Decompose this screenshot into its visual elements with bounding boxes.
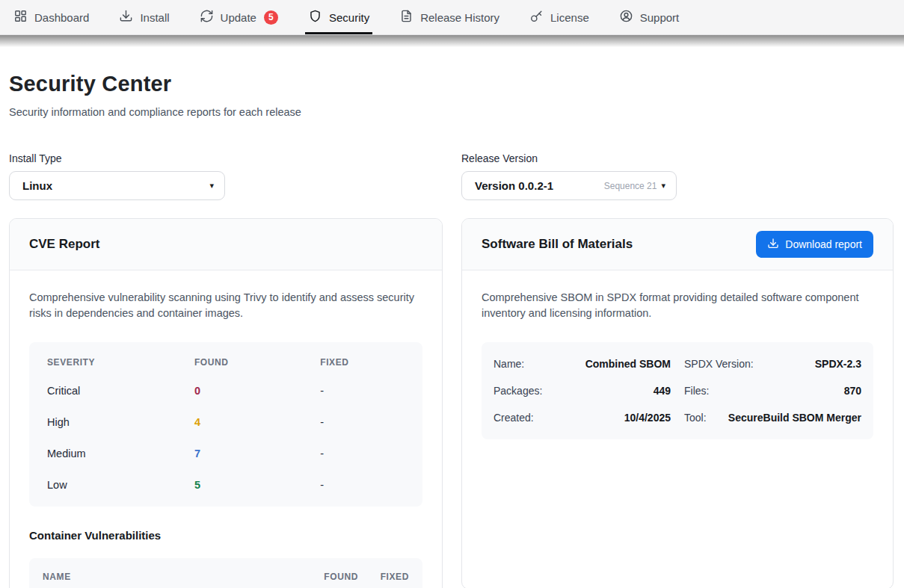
cards-row: CVE Report Comprehensive vulnerability s… bbox=[9, 218, 894, 588]
info-value: Combined SBOM bbox=[585, 358, 671, 370]
info-value: 870 bbox=[844, 385, 861, 397]
sbom-card: Software Bill of Materials Download repo… bbox=[461, 218, 894, 588]
severity-row-critical: Critical 0 - bbox=[29, 375, 422, 406]
sbom-card-body: Comprehensive SBOM in SPDX format provid… bbox=[462, 270, 893, 459]
download-icon bbox=[119, 9, 133, 25]
sbom-info-packages: Packages: 449 bbox=[493, 377, 671, 404]
refresh-icon bbox=[200, 9, 214, 25]
nav-label: Install bbox=[140, 11, 169, 24]
user-circle-icon bbox=[619, 9, 633, 25]
sbom-info-files: Files: 870 bbox=[684, 377, 861, 404]
fixed-col-header: FIXED bbox=[320, 342, 422, 375]
severity-table-header: SEVERITY FOUND FIXED bbox=[29, 342, 422, 375]
info-value: SPDX-2.3 bbox=[815, 358, 861, 370]
nav-item-update[interactable]: Update 5 bbox=[200, 0, 278, 34]
nav-label: Dashboard bbox=[34, 11, 89, 24]
key-icon bbox=[529, 9, 544, 25]
fixed-count: - bbox=[320, 438, 422, 469]
severity-name: Critical bbox=[29, 375, 194, 406]
nav-label: Support bbox=[640, 11, 680, 24]
found-col-header: FOUND bbox=[307, 572, 358, 582]
install-type-field: Install Type Linux ▾ bbox=[9, 152, 443, 200]
release-sequence: Sequence 21 bbox=[604, 181, 657, 191]
info-label: Name: bbox=[493, 358, 524, 370]
severity-col-header: SEVERITY bbox=[29, 342, 194, 375]
info-value: 449 bbox=[654, 385, 671, 397]
severity-row-low: Low 5 - bbox=[29, 469, 422, 507]
fixed-count: - bbox=[320, 406, 422, 438]
nav-label: Security bbox=[329, 11, 369, 24]
nav-shadow-divider bbox=[0, 35, 904, 47]
nav-label: Release History bbox=[420, 11, 499, 24]
fixed-col-header: FIXED bbox=[358, 572, 409, 582]
filters-row: Install Type Linux ▾ Release Version Ver… bbox=[9, 152, 894, 200]
nav-item-install[interactable]: Install bbox=[119, 0, 169, 34]
sbom-info-name: Name: Combined SBOM bbox=[493, 350, 671, 377]
found-count: 4 bbox=[194, 406, 320, 438]
info-label: SPDX Version: bbox=[684, 358, 754, 370]
update-count-badge: 5 bbox=[264, 10, 278, 25]
install-type-select[interactable]: Linux ▾ bbox=[9, 171, 225, 200]
severity-table: SEVERITY FOUND FIXED Critical 0 - High 4… bbox=[29, 342, 422, 507]
nav-label: License bbox=[550, 11, 589, 24]
info-label: Tool: bbox=[684, 412, 707, 424]
fixed-count: - bbox=[320, 469, 422, 507]
page-subtitle: Security information and compliance repo… bbox=[9, 106, 894, 118]
fixed-count: - bbox=[320, 375, 422, 406]
cve-card-header: CVE Report bbox=[10, 219, 442, 270]
cve-card-title: CVE Report bbox=[29, 237, 99, 252]
severity-name: Medium bbox=[29, 438, 194, 469]
nav-item-support[interactable]: Support bbox=[619, 0, 680, 34]
nav-item-dashboard[interactable]: Dashboard bbox=[13, 0, 89, 34]
sbom-description: Comprehensive SBOM in SPDX format provid… bbox=[482, 290, 873, 321]
info-label: Packages: bbox=[493, 385, 542, 397]
container-vulnerabilities-table-header: NAME FOUND FIXED bbox=[29, 558, 422, 588]
name-col-header: NAME bbox=[43, 572, 307, 582]
info-label: Files: bbox=[684, 385, 709, 397]
sbom-card-title: Software Bill of Materials bbox=[482, 237, 633, 252]
info-value: SecureBuild SBOM Merger bbox=[728, 412, 861, 424]
chevron-down-icon: ▾ bbox=[209, 182, 214, 190]
chevron-down-icon: ▾ bbox=[661, 182, 665, 190]
info-label: Created: bbox=[493, 412, 534, 424]
cve-report-card: CVE Report Comprehensive vulnerability s… bbox=[9, 218, 443, 588]
download-report-label: Download report bbox=[785, 238, 862, 250]
found-count: 5 bbox=[194, 469, 320, 507]
nav-item-license[interactable]: License bbox=[529, 0, 589, 34]
page-header: Security Center Security information and… bbox=[9, 72, 894, 118]
cve-description: Comprehensive vulnerability scanning usi… bbox=[29, 290, 422, 321]
nav-label: Update bbox=[221, 11, 256, 24]
sbom-info-tool: Tool: SecureBuild SBOM Merger bbox=[684, 404, 861, 431]
found-col-header: FOUND bbox=[194, 342, 320, 375]
page-title: Security Center bbox=[9, 72, 894, 96]
release-version-select[interactable]: Version 0.0.2-1 Sequence 21 ▾ bbox=[461, 171, 677, 200]
nav-item-release-history[interactable]: Release History bbox=[399, 0, 499, 34]
severity-name: Low bbox=[29, 469, 194, 507]
install-type-label: Install Type bbox=[9, 152, 443, 164]
severity-name: High bbox=[29, 406, 194, 438]
container-vulnerabilities-title: Container Vulnerabilities bbox=[29, 529, 422, 542]
nav-item-security[interactable]: Security bbox=[308, 0, 369, 34]
release-version-field: Release Version Version 0.0.2-1 Sequence… bbox=[461, 152, 894, 200]
download-icon bbox=[767, 238, 779, 252]
sbom-info-spdx-version: SPDX Version: SPDX-2.3 bbox=[684, 350, 861, 377]
top-nav: Dashboard Install Update 5 Security Rele… bbox=[0, 0, 904, 35]
file-text-icon bbox=[399, 9, 413, 25]
shield-icon bbox=[308, 9, 322, 25]
install-type-value: Linux bbox=[22, 179, 209, 192]
severity-row-high: High 4 - bbox=[29, 406, 422, 438]
download-report-button[interactable]: Download report bbox=[756, 231, 873, 258]
cve-card-body: Comprehensive vulnerability scanning usi… bbox=[10, 270, 442, 588]
release-version-label: Release Version bbox=[461, 152, 894, 164]
severity-row-medium: Medium 7 - bbox=[29, 438, 422, 469]
dashboard-grid-icon bbox=[13, 9, 28, 25]
release-version-value: Version 0.0.2-1 bbox=[475, 179, 604, 192]
sbom-info-grid: Name: Combined SBOM SPDX Version: SPDX-2… bbox=[482, 342, 873, 439]
sbom-card-header: Software Bill of Materials Download repo… bbox=[462, 219, 893, 270]
sbom-info-created: Created: 10/4/2025 bbox=[493, 404, 671, 431]
found-count: 7 bbox=[194, 438, 320, 469]
info-value: 10/4/2025 bbox=[624, 412, 671, 424]
found-count: 0 bbox=[194, 375, 320, 406]
